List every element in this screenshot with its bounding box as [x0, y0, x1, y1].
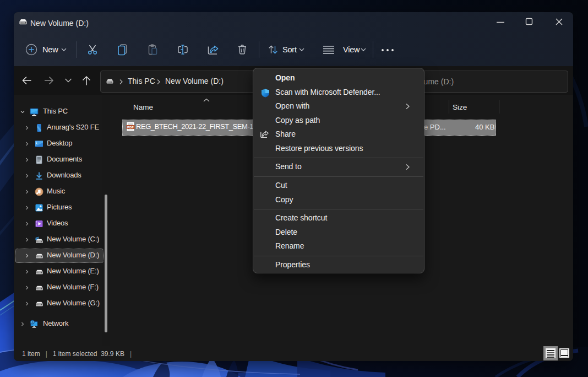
- svg-text:PDF: PDF: [127, 126, 134, 129]
- svg-text:Sort: Sort: [282, 45, 297, 54]
- svg-text:View: View: [343, 45, 360, 54]
- svg-text:New: New: [42, 45, 58, 54]
